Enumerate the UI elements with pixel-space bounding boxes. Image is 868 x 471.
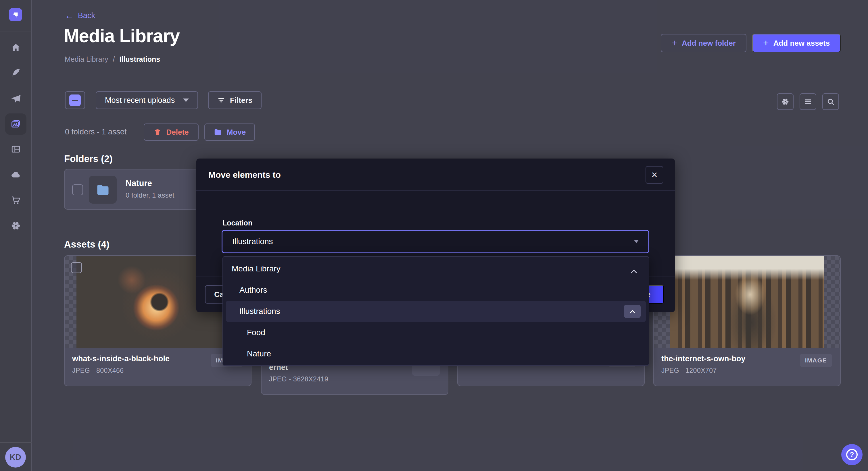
sidebar-item-media-library-active[interactable] — [5, 113, 26, 135]
media-library-app: KD ← Back Media Library Media Library / … — [0, 0, 868, 471]
add-new-assets-button[interactable]: + Add new assets — [752, 34, 841, 52]
cart-icon — [11, 195, 21, 205]
delete-label: Delete — [166, 128, 189, 137]
folder-tile — [89, 176, 117, 204]
location-dropdown: Media Library Authors Illustrations Food… — [222, 256, 649, 366]
folder-icon — [214, 128, 222, 136]
folder-meta: 0 folder, 1 asset — [126, 191, 174, 199]
collapse-children-button[interactable] — [624, 305, 641, 318]
add-new-folder-button[interactable]: + Add new folder — [661, 34, 746, 52]
dropdown-item-label: Illustrations — [240, 307, 280, 316]
chevron-down-icon — [634, 240, 639, 243]
app-logo[interactable] — [9, 8, 22, 21]
chevron-up-icon[interactable] — [632, 267, 636, 276]
sidebar-item-content-manager[interactable] — [0, 64, 32, 82]
dropdown-item-label: Media Library — [232, 264, 281, 273]
search-button[interactable] — [822, 93, 839, 110]
folder-icon — [95, 182, 111, 197]
dropdown-item-label: Nature — [247, 349, 271, 359]
breadcrumb-root[interactable]: Media Library — [65, 55, 108, 64]
asset-type-badge: IMAGE — [800, 354, 832, 367]
filters-button[interactable]: Filters — [208, 91, 261, 109]
back-arrow-icon: ← — [65, 11, 74, 20]
breadcrumb-separator: / — [113, 55, 115, 64]
location-combobox[interactable]: Illustrations — [222, 230, 649, 253]
selection-summary: 0 folders - 1 asset — [65, 128, 127, 136]
dropdown-item-food[interactable]: Food — [223, 322, 649, 343]
move-label: Move — [227, 128, 246, 137]
delete-button[interactable]: Delete — [144, 124, 198, 141]
sidebar-item-marketplace[interactable] — [0, 191, 32, 209]
chevron-up-icon — [630, 310, 635, 315]
asset-checkbox[interactable] — [71, 262, 82, 273]
select-all-checkbox-button[interactable] — [65, 91, 85, 109]
media-library-icon — [10, 119, 21, 130]
list-view-button[interactable] — [800, 93, 816, 110]
asset-meta: JPEG - 1200X707 — [661, 367, 833, 374]
dropdown-item-authors[interactable]: Authors — [223, 279, 649, 301]
sidebar-item-releases[interactable] — [0, 90, 32, 108]
modal-header: Move elements to × — [196, 159, 675, 191]
filter-icon — [217, 96, 225, 104]
close-icon: × — [651, 169, 657, 181]
gear-icon — [11, 221, 21, 231]
sidebar-bottom-divider — [0, 442, 32, 443]
sort-value: Most recent uploads — [105, 96, 175, 105]
home-icon — [11, 42, 21, 53]
location-label: Location — [222, 219, 252, 227]
location-value: Illustrations — [232, 237, 273, 246]
folder-checkbox[interactable] — [72, 184, 83, 195]
asset-meta: JPEG - 800X466 — [72, 367, 243, 374]
modal-title: Move elements to — [208, 170, 281, 180]
back-link[interactable]: ← Back — [65, 11, 95, 20]
plus-icon: + — [672, 38, 677, 48]
dropdown-item-nature[interactable]: Nature — [223, 343, 649, 365]
sidebar-item-settings[interactable] — [0, 216, 32, 235]
dropdown-item-label: Food — [247, 328, 265, 337]
list-icon — [804, 97, 812, 106]
sidebar: KD — [0, 0, 32, 471]
breadcrumb-current: Illustrations — [119, 55, 160, 64]
sort-select[interactable]: Most recent uploads — [96, 91, 198, 109]
avatar[interactable]: KD — [5, 447, 26, 468]
strapi-logo-icon — [11, 10, 20, 19]
layout-icon — [11, 144, 21, 154]
feather-icon — [11, 67, 21, 78]
assets-heading: Assets (4) — [64, 239, 110, 250]
cloud-icon — [11, 169, 21, 180]
dropdown-item-label: Authors — [240, 285, 267, 295]
dropdown-item-illustrations-selected[interactable]: Illustrations — [226, 301, 646, 322]
grid-settings-button[interactable] — [777, 93, 794, 110]
sidebar-divider — [0, 32, 32, 32]
asset-info: the-internet-s-own-boy JPEG - 1200X707 I… — [654, 348, 840, 386]
question-mark-icon: ? — [846, 449, 858, 460]
add-assets-label: Add new assets — [773, 39, 830, 48]
paper-plane-icon — [11, 94, 21, 104]
sidebar-item-home[interactable] — [0, 38, 32, 57]
trash-icon — [153, 128, 161, 136]
asset-thumbnail — [654, 256, 840, 348]
chevron-down-icon — [183, 99, 189, 102]
filters-label: Filters — [230, 96, 252, 105]
plus-icon: + — [763, 38, 769, 48]
gear-icon — [781, 97, 789, 106]
sidebar-item-deploy[interactable] — [0, 165, 32, 184]
dropdown-item-media-library[interactable]: Media Library — [223, 258, 649, 279]
add-folder-label: Add new folder — [682, 39, 736, 48]
asset-meta: JPEG - 3628X2419 — [269, 375, 440, 383]
search-icon — [826, 97, 835, 106]
sidebar-item-content-type-builder[interactable] — [0, 140, 32, 158]
indeterminate-checkbox — [69, 95, 81, 106]
move-button[interactable]: Move — [204, 124, 255, 141]
folders-heading: Folders (2) — [64, 154, 113, 164]
breadcrumb: Media Library / Illustrations — [65, 55, 160, 64]
modal-close-button[interactable]: × — [646, 166, 663, 184]
asset-card-internets-own-boy[interactable]: the-internet-s-own-boy JPEG - 1200X707 I… — [653, 255, 841, 386]
help-button[interactable]: ? — [841, 444, 863, 465]
library-photo — [670, 256, 824, 348]
back-label: Back — [78, 11, 95, 20]
folder-name: Nature — [126, 179, 152, 188]
page-title: Media Library — [64, 25, 180, 46]
